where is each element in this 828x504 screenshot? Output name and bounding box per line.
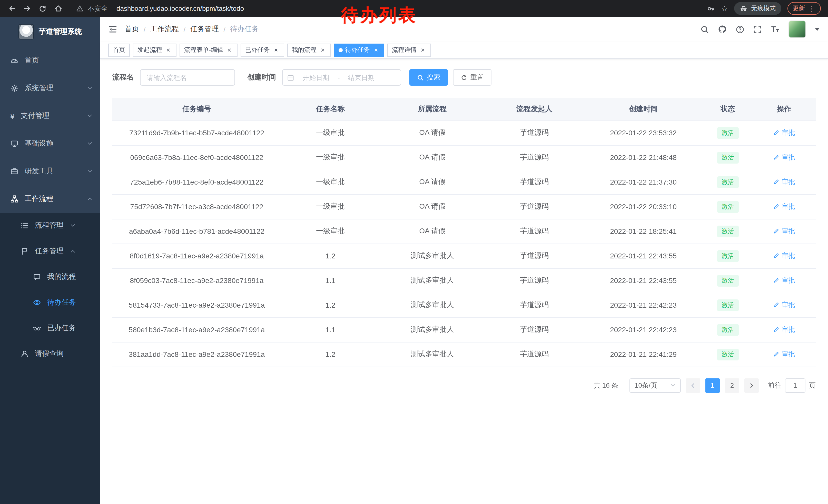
edit-icon bbox=[773, 154, 780, 161]
user-menu-caret-icon[interactable] bbox=[815, 28, 820, 31]
approve-link[interactable]: 审批 bbox=[773, 276, 795, 285]
cell-created: 2022-01-21 22:41:29 bbox=[584, 342, 703, 367]
reset-button[interactable]: 重置 bbox=[453, 69, 492, 86]
cell-initiator: 芋道源码 bbox=[485, 219, 584, 243]
table-row: 381aa1dd-7ac8-11ec-a9e2-a2380e71991a 1.2… bbox=[112, 342, 816, 367]
cell-task-id: 381aa1dd-7ac8-11ec-a9e2-a2380e71991a bbox=[112, 342, 281, 367]
sidebar-item-leave-query[interactable]: 请假查询 bbox=[0, 341, 100, 367]
approve-link[interactable]: 审批 bbox=[773, 227, 795, 236]
approve-link[interactable]: 审批 bbox=[773, 153, 795, 162]
sidebar-item-done-tasks[interactable]: 已办任务 bbox=[0, 315, 100, 341]
home-button[interactable] bbox=[51, 2, 65, 15]
next-page-button[interactable] bbox=[744, 378, 759, 393]
approve-link[interactable]: 审批 bbox=[773, 128, 795, 137]
kebab-menu-icon[interactable]: ⋮ bbox=[808, 5, 816, 12]
workflow-icon bbox=[10, 195, 18, 203]
approve-link[interactable]: 审批 bbox=[773, 350, 795, 359]
sidebar-item-workflow[interactable]: 工作流程 bbox=[0, 185, 100, 213]
status-badge: 激活 bbox=[717, 324, 739, 335]
tab-my-process[interactable]: 我的流程 × bbox=[287, 43, 331, 57]
approve-link-label: 审批 bbox=[782, 251, 795, 261]
sidebar-item-payment[interactable]: ¥ 支付管理 bbox=[0, 102, 100, 130]
sidebar-item-infra[interactable]: 基础设施 bbox=[0, 130, 100, 157]
page-content: 流程名 创建时间 - 搜索 重置 bbox=[100, 59, 828, 504]
tab-start-process[interactable]: 发起流程 × bbox=[133, 43, 176, 57]
status-badge: 激活 bbox=[717, 349, 739, 360]
page-button-2[interactable]: 2 bbox=[725, 378, 739, 393]
list-icon bbox=[20, 222, 29, 230]
prev-page-button[interactable] bbox=[686, 378, 700, 393]
github-icon[interactable] bbox=[718, 25, 727, 34]
tab-todo-tasks[interactable]: 待办任务 × bbox=[334, 43, 384, 57]
close-icon[interactable]: × bbox=[372, 46, 380, 54]
date-range-picker[interactable]: - bbox=[282, 69, 401, 86]
navbar-actions bbox=[700, 20, 820, 38]
tab-done-tasks[interactable]: 已办任务 × bbox=[241, 43, 284, 57]
breadcrumb-task-mgmt[interactable]: 任务管理 bbox=[190, 25, 219, 34]
tab-form-edit[interactable]: 流程表单-编辑 × bbox=[179, 43, 238, 57]
chevron-down-icon bbox=[70, 223, 76, 229]
table-row: 73211d9d-7b9b-11ec-b5b7-acde48001122 一级审… bbox=[112, 121, 816, 145]
collapse-sidebar-button[interactable] bbox=[108, 25, 118, 34]
search-icon[interactable] bbox=[700, 25, 709, 34]
approve-link-label: 审批 bbox=[782, 153, 795, 162]
sidebar-item-todo-tasks[interactable]: 待办任务 bbox=[0, 290, 100, 315]
search-button[interactable]: 搜索 bbox=[409, 69, 448, 86]
close-icon[interactable]: × bbox=[165, 46, 172, 54]
breadcrumb-home[interactable]: 首页 bbox=[125, 25, 139, 34]
back-button[interactable] bbox=[5, 2, 18, 15]
goto-label: 前往 bbox=[768, 381, 781, 390]
close-icon[interactable]: × bbox=[419, 46, 426, 54]
update-label: 更新 bbox=[793, 4, 805, 13]
sidebar-item-task-mgmt[interactable]: 任务管理 bbox=[0, 238, 100, 264]
breadcrumb-workflow[interactable]: 工作流程 bbox=[150, 25, 179, 34]
page-button-1[interactable]: 1 bbox=[705, 378, 720, 393]
workflow-submenu: 流程管理 任务管理 我的流程 待办任务 bbox=[0, 213, 100, 504]
goto-page-input[interactable] bbox=[785, 378, 805, 393]
user-avatar[interactable] bbox=[788, 20, 806, 38]
page-size-select[interactable]: 10条/页 bbox=[629, 378, 681, 393]
sidebar-item-home[interactable]: 首页 bbox=[0, 47, 100, 74]
app-logo[interactable]: 芋道管理系统 bbox=[0, 17, 100, 47]
process-name-input[interactable] bbox=[140, 69, 235, 86]
tab-label: 待办任务 bbox=[345, 46, 370, 54]
key-icon[interactable] bbox=[707, 4, 715, 12]
tab-home[interactable]: 首页 bbox=[108, 43, 130, 57]
approve-link[interactable]: 审批 bbox=[773, 325, 795, 334]
chevron-right-icon bbox=[748, 382, 755, 388]
sidebar-item-devtools[interactable]: 研发工具 bbox=[0, 157, 100, 185]
edit-icon bbox=[773, 302, 780, 308]
tab-label: 我的流程 bbox=[292, 46, 317, 54]
end-date-input[interactable] bbox=[342, 74, 381, 81]
breadcrumb-separator: / bbox=[143, 25, 146, 33]
start-date-input[interactable] bbox=[296, 74, 335, 81]
cell-process: OA 请假 bbox=[380, 219, 485, 243]
update-button[interactable]: 更新 ⋮ bbox=[787, 2, 821, 15]
approve-link[interactable]: 审批 bbox=[773, 177, 795, 187]
sidebar-item-my-process[interactable]: 我的流程 bbox=[0, 264, 100, 290]
active-tab-dot bbox=[339, 48, 343, 52]
font-size-icon[interactable] bbox=[771, 25, 780, 34]
person-icon bbox=[20, 350, 29, 358]
top-navbar: 首页 / 工作流程 / 任务管理 / 待办任务 bbox=[100, 17, 828, 42]
approve-link[interactable]: 审批 bbox=[773, 301, 795, 310]
close-icon[interactable]: × bbox=[226, 46, 233, 54]
forward-button[interactable] bbox=[20, 2, 34, 15]
fullscreen-icon[interactable] bbox=[753, 25, 762, 34]
approve-link[interactable]: 审批 bbox=[773, 251, 795, 261]
sidebar-item-process-mgmt[interactable]: 流程管理 bbox=[0, 213, 100, 238]
close-icon[interactable]: × bbox=[319, 46, 326, 54]
cell-status: 激活 bbox=[703, 293, 752, 317]
app-title: 芋道管理系统 bbox=[39, 27, 82, 36]
sidebar-item-system[interactable]: 系统管理 bbox=[0, 74, 100, 102]
close-icon[interactable]: × bbox=[273, 46, 280, 54]
approve-link[interactable]: 审批 bbox=[773, 202, 795, 211]
address-divider bbox=[112, 5, 112, 12]
calendar-icon bbox=[287, 74, 294, 81]
bookmark-star-icon[interactable]: ☆ bbox=[721, 5, 728, 12]
date-range-separator: - bbox=[338, 74, 340, 81]
reload-button[interactable] bbox=[36, 2, 49, 15]
tab-process-detail[interactable]: 流程详情 × bbox=[387, 43, 431, 57]
help-icon[interactable] bbox=[736, 25, 744, 34]
approve-link-label: 审批 bbox=[782, 128, 795, 137]
